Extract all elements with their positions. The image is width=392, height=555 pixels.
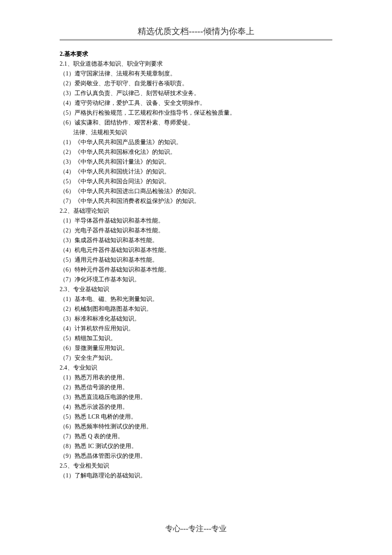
list-item: （3）集成器件基础知识和基本性能。	[60, 235, 332, 245]
header-divider	[60, 39, 332, 40]
section-2-title: 2.基本要求	[60, 49, 332, 59]
list-item: （5）严格执行检验规范，工艺规程和作业指导书，保证检验质量。	[60, 108, 332, 118]
header-text: 精选优质文档-----倾情为你奉上	[138, 26, 254, 36]
list-item: （7）熟悉 Q 表的使用。	[60, 431, 332, 441]
list-item: （9）熟悉晶体管图示仪的使用。	[60, 451, 332, 461]
list-item: （4）《中华人民共和国统计法》的知识。	[60, 167, 332, 176]
list-item: （4）机电元件器件基础知识和基本性能。	[60, 245, 332, 255]
footer-text: 专心---专注---专业	[165, 524, 227, 533]
page-footer: 专心---专注---专业	[0, 523, 392, 534]
list-item: （4）计算机软件应用知识。	[60, 324, 332, 333]
list-item: （5）熟悉 LCR 电桥的使用。	[60, 412, 332, 422]
list-item: （5）精细加工知识。	[60, 333, 332, 343]
list-item: （2）爱岗敬业、忠于职守、自觉履行各项职责。	[60, 78, 332, 88]
list-item: （1）遵守国家法律、法规和有关规章制度。	[60, 69, 332, 78]
list-item: （2）熟悉信号源的使用。	[60, 382, 332, 392]
list-item: （6）显微测量应用知识。	[60, 343, 332, 353]
document-page: 精选优质文档-----倾情为你奉上 2.基本要求 2.1、职业道德基本知识、职业…	[0, 0, 392, 497]
section-2-5-title: 2.5、专业相关知识	[60, 461, 332, 471]
list-item: （3）《中华人民共和国计量法》的知识。	[60, 157, 332, 167]
list-item: （8）熟悉 IC 测试仪的使用。	[60, 441, 332, 451]
list-item: （1）熟悉万用表的使用。	[60, 373, 332, 382]
list-item: （7）净化环境工作基本知识。	[60, 275, 332, 284]
list-item: （6）《中华人民共和国进出口商品检验法》的知识。	[60, 186, 332, 196]
list-item: （3）标准和标准化基础知识。	[60, 314, 332, 324]
list-item: （3）熟悉直流稳压电源的使用。	[60, 392, 332, 402]
list-item: （2）《中华人民共和国标准化法》的知识。	[60, 147, 332, 157]
section-2-4-title: 2.4、专业知识	[60, 363, 332, 373]
list-item: （5）通用元件基础知识和基本性能。	[60, 255, 332, 265]
list-item: （1）基本电、磁、热和光测量知识。	[60, 294, 332, 304]
page-header: 精选优质文档-----倾情为你奉上	[60, 26, 332, 40]
list-item: （1）了解电路理论的基础知识。	[60, 471, 332, 480]
section-2-2-title: 2.2、基础理论知识	[60, 206, 332, 216]
list-item: （4）熟悉示波器的使用。	[60, 402, 332, 412]
list-item: （7）《中华人民共和国消费者权益保护法》的知识。	[60, 196, 332, 206]
list-item: （2）光电子器件基础知识和基本性能。	[60, 225, 332, 235]
list-item: （6）诚实谦和、团结协作、艰苦朴素、尊师爱徒。	[60, 118, 332, 127]
list-item: （7）安全生产知识。	[60, 353, 332, 363]
list-item: （6）特种元件器件基础知识和基本性能。	[60, 265, 332, 275]
document-content: 2.基本要求 2.1、职业道德基本知识、职业守则要求 （1）遵守国家法律、法规和…	[60, 49, 332, 480]
list-item: （3）工作认真负责、严以律己、刻苦钻研技术业务。	[60, 88, 332, 98]
list-item: （2）机械制图和电路图基本知识。	[60, 304, 332, 314]
list-item: （1）《中华人民共和国产品质量法》的知识。	[60, 137, 332, 147]
list-item: （1）半导体器件基础知识和基本性能。	[60, 216, 332, 225]
list-item: （6）熟悉频率特性测试仪的使用。	[60, 422, 332, 431]
list-item: （4）遵守劳动纪律，爱护工具、设备、安全文明操作。	[60, 98, 332, 108]
list-item: （5）《中华人民共和国合同法》的知识。	[60, 176, 332, 186]
section-2-3-title: 2.3、专业基础知识	[60, 284, 332, 294]
sub-heading: 法律、法规相关知识	[60, 127, 332, 137]
section-2-1-title: 2.1、职业道德基本知识、职业守则要求	[60, 59, 332, 69]
